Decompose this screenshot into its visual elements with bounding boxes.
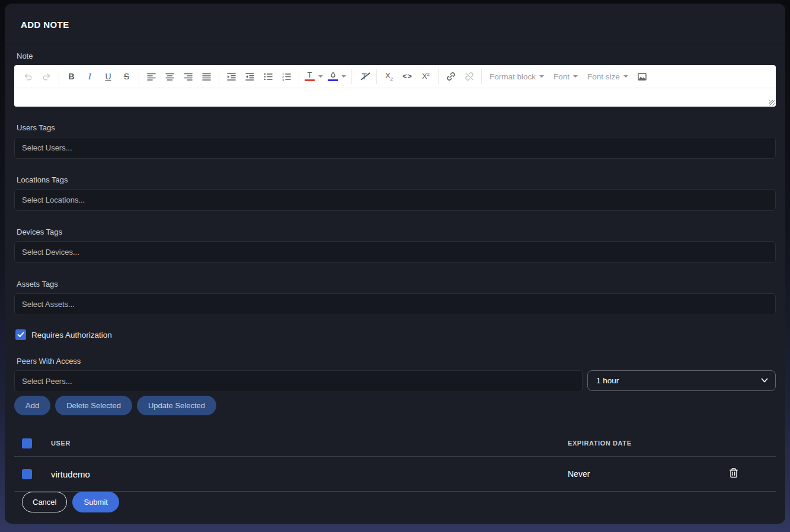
expiration-duration-select[interactable]: 1 hour [587,370,776,391]
format-block-dropdown[interactable]: Format block [485,68,549,85]
italic-icon: I [88,72,91,82]
modal-content: Note B I U S [5,44,785,527]
text-color-icon: T [305,72,315,81]
users-tags-label: Users Tags [17,123,776,132]
locations-tags-input[interactable] [14,189,776,211]
requires-authorization-checkbox[interactable] [15,329,26,340]
chevron-down-icon [623,75,628,78]
underline-button[interactable]: U [99,68,117,85]
align-justify-icon [202,72,212,82]
ordered-list-icon: 123 [282,72,292,82]
align-justify-button[interactable] [197,68,216,85]
expiration-duration-wrap: 1 hour [587,370,776,392]
superscript-icon: X2 [422,72,430,81]
bold-icon: B [68,72,74,81]
chevron-down-icon [539,75,544,78]
peers-row: 1 hour [14,370,776,392]
select-all-checkbox[interactable] [22,438,32,448]
modal-footer: Cancel Submit [14,492,776,527]
redo-icon [41,72,52,82]
bold-button[interactable]: B [62,68,81,85]
code-view-button[interactable]: <> [398,68,417,85]
underline-icon: U [105,72,111,81]
add-button[interactable]: Add [14,396,50,415]
superscript-button[interactable]: X2 [417,68,435,85]
outdent-button[interactable] [241,68,259,85]
svg-text:3: 3 [282,78,284,82]
cancel-button[interactable]: Cancel [22,492,67,512]
unordered-list-icon [263,72,273,82]
subscript-icon: X2 [385,71,393,82]
indent-button[interactable] [222,68,241,85]
add-note-modal: ADD NOTE Note B I U S [5,4,785,524]
modal-header: ADD NOTE [5,4,785,44]
align-left-icon [146,72,156,82]
peer-actions-row: Add Delete Selected Update Selected [14,396,776,415]
align-right-icon [183,72,193,82]
modal-title: ADD NOTE [21,20,771,30]
devices-tags-label: Devices Tags [17,227,776,236]
requires-authorization-row: Requires Authorization [15,329,776,340]
devices-tags-input[interactable] [14,241,776,263]
insert-image-button[interactable] [633,68,651,85]
align-left-button[interactable] [142,68,161,85]
font-dropdown[interactable]: Font [549,68,583,85]
submit-button[interactable]: Submit [72,492,119,512]
redo-button[interactable] [37,68,56,85]
image-icon [637,72,647,82]
note-editor-content[interactable] [14,88,776,107]
strikethrough-icon: S [124,72,129,81]
clear-format-icon: T [362,72,367,81]
user-column-header: USER [51,440,568,447]
row-checkbox[interactable] [22,469,32,479]
italic-button[interactable]: I [81,68,99,85]
undo-button[interactable] [19,68,37,85]
assets-tags-label: Assets Tags [17,280,776,289]
toolbar-separator [376,69,377,84]
peers-with-access-label: Peers With Access [17,357,776,366]
unlink-button[interactable] [460,68,478,85]
indent-icon [226,72,236,82]
unordered-list-button[interactable] [259,68,277,85]
assets-tags-input[interactable] [14,293,776,315]
chevron-down-icon [318,75,323,78]
toolbar-separator [481,69,482,84]
subscript-button[interactable]: X2 [380,68,398,85]
note-label: Note [17,52,776,60]
user-cell: virtudemo [51,469,568,479]
outdent-icon [245,72,255,82]
text-color-button[interactable]: T [302,68,325,85]
align-center-icon [165,72,175,82]
locations-tags-label: Locations Tags [17,175,776,184]
editor-toolbar: B I U S [14,65,776,88]
toolbar-separator [219,69,219,84]
ordered-list-button[interactable]: 123 [277,68,296,85]
unlink-icon [464,71,475,82]
align-right-button[interactable] [179,68,197,85]
highlight-color-icon [328,72,338,81]
delete-row-button[interactable] [726,467,741,481]
table-header-row: USER EXPIRATION DATE [14,430,776,457]
font-size-dropdown[interactable]: Font size [583,68,633,85]
toolbar-separator [59,69,59,84]
clear-format-button[interactable]: T [355,68,373,85]
font-size-label: Font size [587,72,620,81]
peers-input[interactable] [14,370,583,392]
expiration-cell: Never [568,469,723,479]
peers-table: USER EXPIRATION DATE virtudemo Never [14,430,776,492]
delete-selected-button[interactable]: Delete Selected [55,396,132,415]
link-button[interactable] [442,68,460,85]
undo-icon [23,72,33,82]
chevron-down-icon [341,75,346,78]
expiration-column-header: EXPIRATION DATE [568,440,723,447]
code-view-icon: <> [402,72,412,81]
highlight-color-button[interactable] [325,68,348,85]
align-center-button[interactable] [161,68,179,85]
update-selected-button[interactable]: Update Selected [137,396,216,415]
table-row: virtudemo Never [14,457,776,492]
toolbar-separator [139,69,139,84]
editor-resize-handle[interactable] [769,100,775,105]
strikethrough-button[interactable]: S [117,68,136,85]
trash-icon [728,467,740,479]
users-tags-input[interactable] [14,137,776,159]
